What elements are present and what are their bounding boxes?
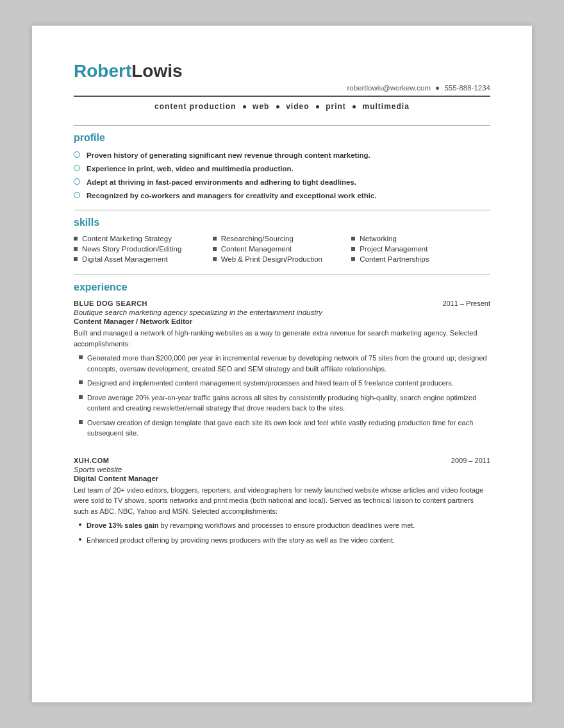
job-bullets-1: Generated more than $200,000 per year in… xyxy=(74,353,490,439)
list-item: Networking xyxy=(351,235,490,242)
header: RobertLowis robertlowis@workew.com 555-8… xyxy=(74,61,490,111)
skills-col-2: Researching/Sourcing Content Management … xyxy=(213,235,352,266)
job-bullet-2-1: Drove 13% sales gain by revamping workfl… xyxy=(87,520,415,531)
sq-bullet-icon xyxy=(351,237,355,241)
job-desc-italic-2: Sports website xyxy=(74,466,490,473)
job-title-2: Digital Content Manager xyxy=(74,475,490,482)
tagline-item-4: print xyxy=(326,102,346,111)
first-name: Robert xyxy=(74,61,131,81)
list-item: Experience in print, web, video and mult… xyxy=(74,164,490,174)
job-block-2: XUH.COM 2009 – 2011 Sports website Digit… xyxy=(74,457,490,546)
list-item: Adept at thriving in fast-paced environm… xyxy=(74,177,490,187)
job-header-1: BLUE DOG SEARCH 2011 – Present xyxy=(74,300,490,307)
email: robertlowis@workew.com xyxy=(347,84,431,92)
job-header-2: XUH.COM 2009 – 2011 xyxy=(74,457,490,464)
sq-bullet-icon xyxy=(74,237,78,241)
company-name-2: XUH.COM xyxy=(74,457,109,464)
tagline-item-2: web xyxy=(253,102,269,111)
sq-bullet-icon xyxy=(351,257,355,261)
job-body-1: Built and managed a network of high-rank… xyxy=(74,328,490,349)
tagline-dot-1 xyxy=(243,105,246,108)
skills-title: skills xyxy=(74,217,490,228)
skills-divider xyxy=(74,210,490,210)
top-divider xyxy=(74,96,490,97)
tagline: content production web video print multi… xyxy=(74,102,490,111)
tagline-dot-3 xyxy=(316,105,319,108)
circle-bullet-icon xyxy=(74,151,80,158)
skills-grid: Content Marketing Strategy News Story Pr… xyxy=(74,235,490,266)
dot-bullet-icon xyxy=(79,523,81,526)
list-item: Content Marketing Strategy xyxy=(74,235,213,242)
tagline-item-3: video xyxy=(286,102,309,111)
sq-bullet-icon xyxy=(79,380,83,384)
tagline-item-1: content production xyxy=(154,102,236,111)
job-title-1: Content Manager / Network Editor xyxy=(74,317,490,325)
profile-bullet-3: Adept at thriving in fast-paced environm… xyxy=(87,177,356,187)
job-dates-1: 2011 – Present xyxy=(442,300,490,307)
list-item: Designed and implemented content managem… xyxy=(74,378,490,389)
tagline-dot-2 xyxy=(276,105,279,108)
list-item: News Story Production/Editing xyxy=(74,245,213,253)
profile-title: profile xyxy=(74,132,490,144)
resume-page: RobertLowis robertlowis@workew.com 555-8… xyxy=(32,26,532,702)
sq-bullet-icon xyxy=(79,355,83,359)
skills-col-1: Content Marketing Strategy News Story Pr… xyxy=(74,235,213,266)
circle-bullet-icon xyxy=(74,192,80,198)
circle-bullet-icon xyxy=(74,178,80,185)
list-item: Researching/Sourcing xyxy=(213,235,352,242)
profile-bullet-1: Proven history of generating significant… xyxy=(87,150,370,160)
phone: 555-888-1234 xyxy=(444,84,490,92)
job-body-2: Led team of 20+ video editors, bloggers,… xyxy=(74,485,490,517)
dot-bullet-icon xyxy=(79,538,81,541)
company-name-1: BLUE DOG SEARCH xyxy=(74,300,147,307)
list-item: Drove 13% sales gain by revamping workfl… xyxy=(74,520,490,531)
job-desc-italic-1: Boutique search marketing agency special… xyxy=(74,309,490,316)
list-item: Oversaw creation of design template that… xyxy=(74,418,490,439)
list-item: Digital Asset Management xyxy=(74,255,213,263)
sq-bullet-icon xyxy=(74,247,78,251)
profile-divider xyxy=(74,125,490,126)
list-item: Recognized by co-workers and managers fo… xyxy=(74,190,490,201)
list-item: Content Partnerships xyxy=(351,255,490,263)
profile-list: Proven history of generating significant… xyxy=(74,150,490,201)
last-name: Lowis xyxy=(131,61,182,81)
sq-bullet-icon xyxy=(213,247,217,251)
experience-divider xyxy=(74,275,490,275)
list-item: Project Management xyxy=(351,245,490,253)
list-item: Generated more than $200,000 per year in… xyxy=(74,353,490,374)
sq-bullet-icon xyxy=(351,247,355,251)
contact-dot xyxy=(436,87,439,90)
list-item: Enhanced product offering by providing n… xyxy=(74,535,490,546)
job-bullet-2-2: Enhanced product offering by providing n… xyxy=(87,535,395,546)
list-item: Drove average 20% year-on-year traffic g… xyxy=(74,393,490,414)
job-dates-2: 2009 – 2011 xyxy=(451,457,490,464)
list-item: Proven history of generating significant… xyxy=(74,150,490,160)
sq-bullet-icon xyxy=(74,257,78,261)
circle-bullet-icon xyxy=(74,165,80,171)
experience-title: experience xyxy=(74,282,490,293)
tagline-dot-4 xyxy=(352,105,356,108)
sq-bullet-icon xyxy=(79,420,83,424)
name: RobertLowis xyxy=(74,61,490,81)
list-item: Content Management xyxy=(213,245,352,253)
list-item: Web & Print Design/Production xyxy=(213,255,352,263)
tagline-item-5: multimedia xyxy=(363,102,410,111)
contact-line: robertlowis@workew.com 555-888-1234 xyxy=(74,84,490,92)
sq-bullet-icon xyxy=(213,237,217,241)
sq-bullet-icon xyxy=(213,257,217,261)
job-bullets-2: Drove 13% sales gain by revamping workfl… xyxy=(74,520,490,545)
bold-text: Drove 13% sales gain xyxy=(87,521,159,529)
profile-bullet-2: Experience in print, web, video and mult… xyxy=(87,164,294,174)
sq-bullet-icon xyxy=(79,395,83,399)
profile-bullet-4: Recognized by co-workers and managers fo… xyxy=(87,190,376,201)
job-block-1: BLUE DOG SEARCH 2011 – Present Boutique … xyxy=(74,300,490,439)
skills-col-3: Networking Project Management Content Pa… xyxy=(351,235,490,266)
